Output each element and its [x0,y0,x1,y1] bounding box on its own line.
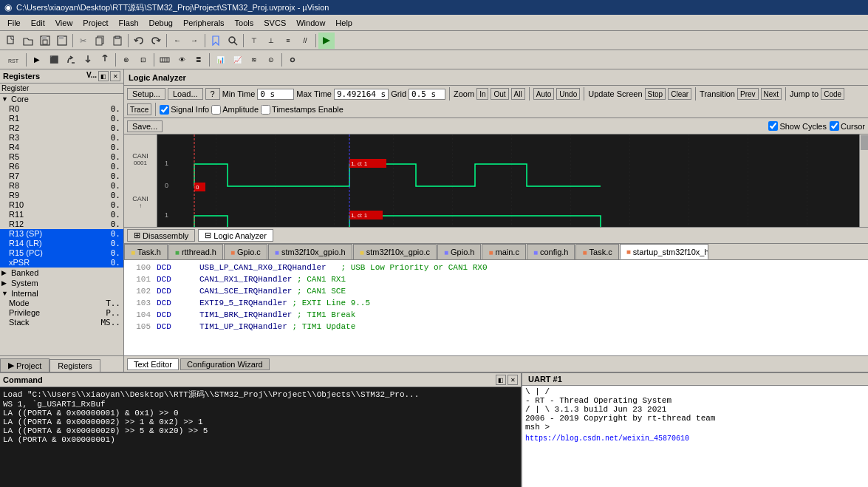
reg-row-r14[interactable]: R14 (LR)0. [0,239,123,248]
menu-view[interactable]: View [51,17,78,29]
step-into-btn[interactable] [80,52,96,68]
amplitude-checkbox[interactable] [211,105,221,115]
regs-view-btn[interactable]: ≣ [191,52,207,68]
config-wizard-tab[interactable]: Configuration Wizard [180,358,270,370]
la-clear-btn[interactable]: Clear [668,88,691,100]
menu-help[interactable]: Help [331,17,357,29]
memory-btn[interactable] [157,52,173,68]
tab-startup[interactable]: ■ startup_stm32f10x_hd.s [620,244,708,259]
reg-row-r12[interactable]: R120. [0,219,123,229]
reg-row-xpsr[interactable]: xPSR0. [0,258,123,268]
step-over-btn[interactable] [63,52,79,68]
la-auto-btn[interactable]: Auto [533,88,555,100]
system-group-header[interactable]: ▶ System [0,278,123,288]
nav-fwd-btn[interactable]: → [186,33,202,49]
reg-row-r11[interactable]: R110. [0,210,123,219]
indent-btn[interactable]: ⊤ [246,33,262,49]
menu-window[interactable]: Window [292,17,329,29]
tab-task-c[interactable]: ■ Task.c [575,244,618,259]
stop-btn[interactable]: ⬛ [46,52,62,68]
reg-row-r15[interactable]: R15 (PC)0. [0,248,123,258]
cursor-cb-group[interactable]: Cursor [830,121,865,131]
amplitude-cb-group[interactable]: Amplitude [211,105,259,115]
watch-btn[interactable]: 👁 [174,52,190,68]
la-next-btn[interactable]: Next [761,88,782,100]
reg-row-r0[interactable]: R00. [0,104,123,114]
la-load-btn[interactable]: Load... [168,88,203,100]
timestamps-cb-group[interactable]: Timestamps Enable [261,105,344,115]
core-group-header[interactable]: ▼ Core [0,94,123,104]
undo-btn[interactable] [131,33,147,49]
reg-row-r4[interactable]: R40. [0,143,123,152]
paste-btn[interactable] [109,33,126,49]
disasm-tab-btn[interactable]: ⊞ Disassembly [127,229,195,242]
menu-project[interactable]: Project [78,17,112,29]
reg-row-r1[interactable]: R10. [0,114,123,123]
la-zoom-in-btn[interactable]: In [476,88,488,100]
uart-content[interactable]: \ | / - RT - Thread Operating System / |… [522,386,868,487]
la-trace-btn[interactable]: Trace [127,103,151,115]
la-prev-btn[interactable]: Prev [737,88,759,100]
reset-btn[interactable]: RST [3,52,24,68]
la-setup-btn[interactable]: Setup... [127,88,165,100]
run-to-cursor[interactable]: ⊡ [135,52,151,68]
run-btn[interactable]: ▶ [29,52,45,68]
unindent-btn[interactable]: ⊥ [263,33,279,49]
signal-info-cb-group[interactable]: Signal Info [160,105,209,115]
tab-stm32f10x-gpio-h[interactable]: ■ stm32f10x_gpio.h [268,244,352,259]
step-out-btn[interactable] [97,52,113,68]
reg-row-r6[interactable]: R60. [0,162,123,171]
comment-btn[interactable]: // [297,33,313,49]
project-tab[interactable]: ▶ Project [0,358,49,372]
tab-task-h[interactable]: ■ Task.h [124,244,168,259]
reg-row-r3[interactable]: R30. [0,133,123,143]
command-close-btn[interactable]: ✕ [508,375,518,385]
signal-info-checkbox[interactable] [160,105,169,115]
internal-group-header[interactable]: ▼ Internal [0,288,123,299]
text-editor-tab[interactable]: Text Editor [127,358,179,370]
reg-row-r9[interactable]: R90. [0,191,123,200]
tab-stm32f10x-gpio-c[interactable]: ■ stm32f10x_gpio.c [353,244,437,259]
save-all-btn[interactable] [54,33,70,49]
reg-row-r5[interactable]: R50. [0,152,123,162]
reg-row-mode[interactable]: ModeT.. [0,299,123,308]
bookmark-btn[interactable] [208,33,224,49]
command-content[interactable]: Load "C:\\Users\\xiaoyan\\Desktop\\RTT源码… [0,387,521,487]
la-zoom-all-btn[interactable]: All [511,88,525,100]
reg-row-r8[interactable]: R80. [0,181,123,191]
la-zoom-out-btn[interactable]: Out [491,88,508,100]
nav-back-btn[interactable]: ← [169,33,185,49]
registers-tab-btn[interactable]: Registers [49,359,100,372]
open-btn[interactable] [20,33,36,49]
la-save-btn[interactable]: Save... [127,120,163,132]
registers-close-btn[interactable]: ✕ [110,71,120,81]
menu-svcs[interactable]: SVCS [259,17,290,29]
indent2-btn[interactable]: ≡ [280,33,296,49]
reg-row-privilege[interactable]: PrivilegeP.. [0,308,123,318]
logic-analyzer-btn[interactable]: 📊 [212,52,228,68]
perf-analyzer-btn[interactable]: 📈 [229,52,245,68]
registers-float-btn[interactable]: ◧ [98,71,109,81]
coverage-btn[interactable]: ⊙ [263,52,279,68]
save-btn[interactable] [37,33,53,49]
menu-file[interactable]: File [3,17,25,29]
tab-gpio-c[interactable]: ■ Gpio.c [224,244,267,259]
show-next-stmt[interactable]: ⊛ [118,52,134,68]
find-btn[interactable] [225,33,241,49]
show-cycles-checkbox[interactable] [768,121,778,131]
reg-row-r13[interactable]: R13 (SP)0. [0,229,123,239]
code-editor[interactable]: 100 DCD USB_LP_CAN1_RX0_IRQHandler ; USB… [124,260,868,355]
la-scrollbar-thumb[interactable] [861,135,868,150]
la-code-btn[interactable]: Code [821,88,844,100]
build-btn[interactable] [318,33,335,49]
menu-tools[interactable]: Tools [230,17,259,29]
reg-row-stack[interactable]: StackMS.. [0,318,123,327]
tab-gpio-h[interactable]: ■ Gpio.h [437,244,481,259]
reg-row-r2[interactable]: R20. [0,123,123,133]
reg-row-r7[interactable]: R70. [0,171,123,181]
menu-peripherals[interactable]: Peripherals [179,17,229,29]
reg-row-r10[interactable]: R100. [0,200,123,210]
tab-config-h[interactable]: ■ config.h [527,244,575,259]
copy-btn[interactable] [92,33,109,49]
settings-btn[interactable] [284,52,301,68]
